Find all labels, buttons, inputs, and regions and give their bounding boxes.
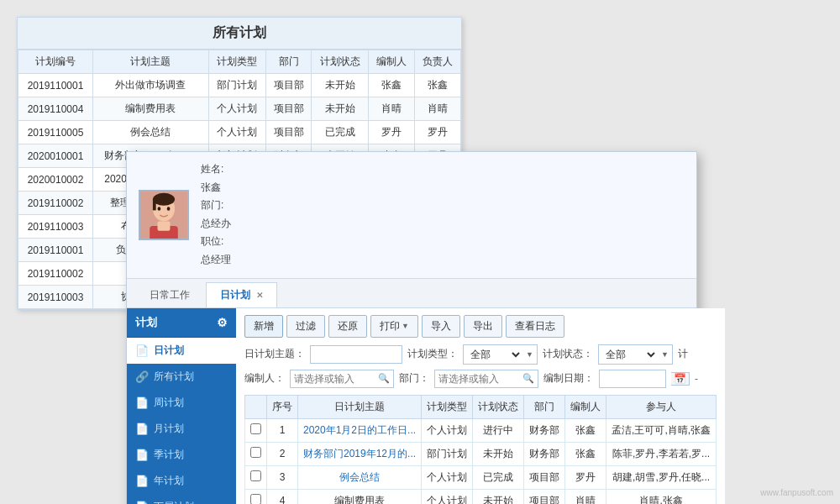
- data-table: 序号日计划主题计划类型计划状态部门编制人参与人 12020年1月2日的工作日..…: [244, 395, 717, 504]
- editor-input[interactable]: [291, 370, 375, 387]
- filter-row-2: 编制人： 🔍 部门： 🔍 编制日期： 📅 -: [244, 370, 717, 388]
- bg-panel-title: 所有计划: [18, 18, 461, 50]
- sidebar-item-月计划[interactable]: 📄 月计划: [127, 416, 236, 442]
- table-row[interactable]: 2019110001外出做市场调查部门计划项目部未开始张鑫张鑫: [18, 74, 461, 97]
- editor-search-wrap: 🔍: [290, 370, 394, 388]
- filter-row-1: 日计划主题： 计划类型： 全部个人计划部门计划 ▼ 计划状态： 全部未开始进行中…: [244, 344, 717, 365]
- row-checkbox-0[interactable]: [250, 423, 261, 434]
- sidebar-item-所有计划[interactable]: 🔗 所有计划: [127, 364, 236, 390]
- sidebar-icon-4: 📄: [135, 449, 149, 461]
- tab-daily-work[interactable]: 日常工作: [135, 282, 204, 307]
- type-select-wrap: 全部个人计划部门计划 ▼: [463, 344, 538, 365]
- status-select-wrap: 全部未开始进行中已完成 ▼: [598, 344, 673, 365]
- editor-label: 编制人：: [244, 371, 285, 386]
- type-dropdown-arrow: ▼: [522, 350, 537, 359]
- sidebar-header: 计划 ⚙: [127, 308, 236, 338]
- tabs-bar: 日常工作 日计划 ✕: [127, 279, 696, 308]
- table-row[interactable]: 2财务部门2019年12月的...部门计划未开始财务部张鑫陈菲,罗丹,李若若,罗…: [245, 442, 717, 465]
- sidebar-label-1: 所有计划: [154, 370, 194, 384]
- row-checkbox-2[interactable]: [250, 470, 261, 481]
- avatar: [139, 190, 189, 240]
- calendar-icon[interactable]: 📅: [671, 372, 690, 386]
- row-checkbox-3[interactable]: [250, 494, 261, 504]
- sidebar-label-3: 月计划: [154, 422, 184, 436]
- sidebar-item-季计划[interactable]: 📄 季计划: [127, 442, 236, 468]
- dept-search-wrap: 🔍: [434, 370, 538, 388]
- restore-button[interactable]: 还原: [328, 315, 367, 338]
- sidebar-icon-3: 📄: [135, 423, 149, 435]
- table-row[interactable]: 2019110005例会总结个人计划项目部已完成罗丹罗丹: [18, 121, 461, 144]
- sidebar-label-6: 下属计划: [154, 500, 194, 504]
- sidebar-item-日计划[interactable]: 📄 日计划: [127, 338, 236, 364]
- sidebar-icon-2: 📄: [135, 396, 149, 409]
- svg-rect-6: [158, 221, 171, 230]
- sidebar-label-5: 年计划: [154, 474, 184, 488]
- filter-button[interactable]: 过滤: [286, 315, 325, 338]
- user-title-label: 职位:: [201, 233, 231, 251]
- table-row[interactable]: 4编制费用表个人计划未开始项目部肖晴肖晴,张鑫: [245, 489, 717, 504]
- user-name-row: 姓名: 张鑫: [201, 160, 231, 197]
- date-dash: -: [695, 373, 698, 385]
- table-row[interactable]: 3例会总结个人计划已完成项目部罗丹胡建,胡雪,罗丹,任晓...: [245, 465, 717, 489]
- editor-search-icon[interactable]: 🔍: [375, 373, 393, 384]
- table-row[interactable]: 2019110004编制费用表个人计划项目部未开始肖晴肖晴: [18, 97, 461, 121]
- toolbar: 新增 过滤 还原 打印 ▼ 导入 导出 查看日志: [244, 315, 717, 338]
- svg-point-1: [153, 193, 175, 206]
- svg-point-4: [167, 207, 171, 211]
- sidebar-label-2: 周计划: [154, 396, 184, 410]
- user-dept-label: 部门:: [201, 197, 231, 215]
- user-details: 姓名: 张鑫 部门: 总经办 职位: 总经理: [201, 160, 231, 270]
- print-dropdown-arrow: ▼: [402, 322, 409, 330]
- status-dropdown-arrow: ▼: [658, 350, 672, 359]
- sidebar-title: 计划: [135, 315, 157, 330]
- popup-window: 姓名: 张鑫 部门: 总经办 职位: 总经理 日常工作 日计划 ✕ 计划 ⚙: [126, 151, 697, 504]
- sidebar-label-0: 日计划: [154, 344, 184, 358]
- date-from-input[interactable]: [599, 370, 666, 388]
- subject-input[interactable]: [310, 345, 402, 364]
- sidebar-icon-1: 🔗: [135, 370, 149, 383]
- tab-daily-plan[interactable]: 日计划 ✕: [206, 282, 277, 307]
- sidebar-label-4: 季计划: [154, 448, 184, 462]
- dept-search-icon[interactable]: 🔍: [519, 373, 538, 384]
- svg-point-3: [158, 207, 161, 211]
- sidebar-icon-6: 📄: [135, 501, 149, 504]
- type-select[interactable]: 全部个人计划部门计划: [464, 345, 522, 364]
- log-button[interactable]: 查看日志: [506, 315, 564, 338]
- gear-icon[interactable]: ⚙: [217, 316, 228, 329]
- dept-input[interactable]: [435, 370, 519, 387]
- sidebar-item-下属计划[interactable]: 📄 下属计划: [127, 494, 236, 504]
- add-button[interactable]: 新增: [244, 315, 283, 338]
- user-title-row: 职位: 总经理: [201, 233, 231, 269]
- print-button[interactable]: 打印 ▼: [370, 315, 418, 338]
- user-name-label: 姓名:: [201, 160, 231, 179]
- user-info-bar: 姓名: 张鑫 部门: 总经办 职位: 总经理: [127, 152, 696, 279]
- import-button[interactable]: 导入: [422, 315, 460, 338]
- extra-label: 计: [678, 347, 688, 361]
- content-area: 计划 ⚙ 📄 日计划🔗 所有计划📄 周计划📄 月计划📄 季计划📄 年计划📄 下属…: [127, 308, 696, 504]
- sidebar: 计划 ⚙ 📄 日计划🔗 所有计划📄 周计划📄 月计划📄 季计划📄 年计划📄 下属…: [127, 308, 236, 504]
- sidebar-icon-5: 📄: [135, 475, 149, 487]
- row-checkbox-1[interactable]: [250, 447, 261, 458]
- user-dept-value: 总经办: [201, 215, 231, 234]
- table-row[interactable]: 12020年1月2日的工作日...个人计划进行中财务部张鑫孟洁,王可可,肖晴,张…: [245, 418, 717, 442]
- user-title-value: 总经理: [201, 251, 231, 270]
- date-label: 编制日期：: [543, 371, 594, 386]
- right-panel: 新增 过滤 还原 打印 ▼ 导入 导出 查看日志 日计划主题： 计划类型： 全部…: [236, 308, 725, 504]
- export-button[interactable]: 导出: [464, 315, 502, 338]
- status-label: 计划状态：: [543, 347, 593, 361]
- svg-rect-2: [153, 199, 156, 210]
- sidebar-item-周计划[interactable]: 📄 周计划: [127, 390, 236, 416]
- sidebar-icon-0: 📄: [135, 344, 149, 357]
- status-select[interactable]: 全部未开始进行中已完成: [599, 345, 658, 364]
- type-label: 计划类型：: [407, 347, 458, 361]
- tab-close-icon[interactable]: ✕: [256, 291, 263, 300]
- user-name-value: 张鑫: [201, 179, 231, 197]
- dept-label: 部门：: [399, 371, 429, 386]
- sidebar-item-年计划[interactable]: 📄 年计划: [127, 468, 236, 494]
- user-dept-row: 部门: 总经办: [201, 197, 231, 233]
- watermark: www.fanpusoft.com: [760, 488, 833, 497]
- subject-label: 日计划主题：: [244, 347, 305, 361]
